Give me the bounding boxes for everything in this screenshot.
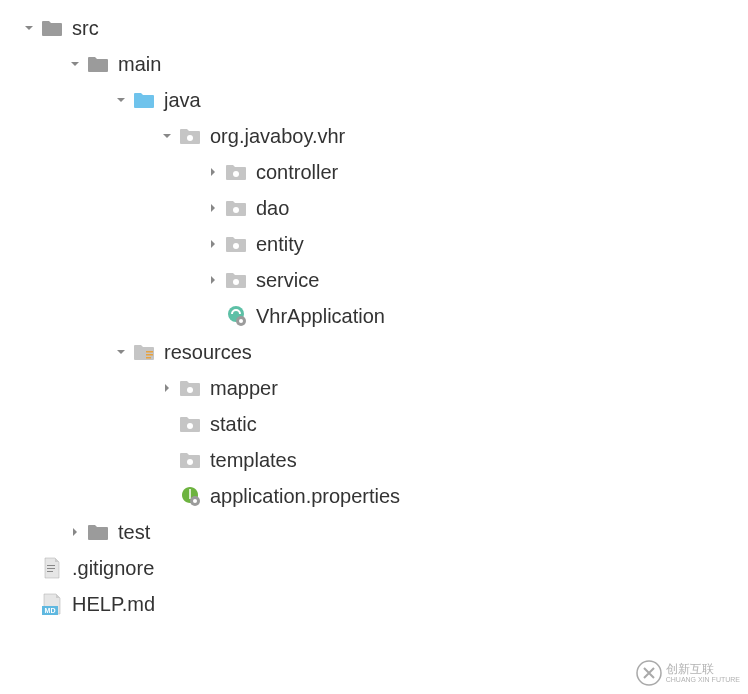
svg-rect-17	[47, 568, 55, 569]
watermark-text: 创新互联 CHUANG XIN FUTURE	[666, 663, 740, 684]
package-icon	[178, 126, 202, 146]
folder-icon	[40, 18, 64, 38]
chevron-down-icon[interactable]	[112, 91, 130, 109]
arrow-spacer	[204, 307, 222, 325]
svg-point-2	[233, 207, 239, 213]
package-icon	[224, 270, 248, 290]
svg-point-12	[187, 423, 193, 429]
svg-point-4	[233, 279, 239, 285]
tree-label: VhrApplication	[256, 305, 385, 328]
chevron-down-icon[interactable]	[112, 343, 130, 361]
arrow-spacer	[158, 451, 176, 469]
tree-label: .gitignore	[72, 557, 154, 580]
svg-rect-16	[47, 565, 55, 566]
tree-node-static[interactable]: static	[0, 406, 748, 442]
tree-label: controller	[256, 161, 338, 184]
text-file-icon	[40, 558, 64, 578]
arrow-spacer	[158, 487, 176, 505]
svg-point-15	[193, 499, 197, 503]
package-icon	[178, 378, 202, 398]
tree-node-gitignore[interactable]: .gitignore	[0, 550, 748, 586]
tree-node-test[interactable]: test	[0, 514, 748, 550]
tree-label: mapper	[210, 377, 278, 400]
tree-label: dao	[256, 197, 289, 220]
folder-icon	[86, 54, 110, 74]
tree-node-mapper[interactable]: mapper	[0, 370, 748, 406]
svg-point-0	[187, 135, 193, 141]
chevron-right-icon[interactable]	[204, 235, 222, 253]
watermark: 创新互联 CHUANG XIN FUTURE	[636, 660, 740, 686]
tree-label: entity	[256, 233, 304, 256]
package-icon	[178, 450, 202, 470]
svg-point-3	[233, 243, 239, 249]
tree-node-main[interactable]: main	[0, 46, 748, 82]
chevron-right-icon[interactable]	[158, 379, 176, 397]
tree-node-dao[interactable]: dao	[0, 190, 748, 226]
tree-label: static	[210, 413, 257, 436]
chevron-right-icon[interactable]	[204, 163, 222, 181]
spring-properties-icon	[178, 486, 202, 506]
tree-label: templates	[210, 449, 297, 472]
tree-node-src[interactable]: src	[0, 10, 748, 46]
folder-icon	[86, 522, 110, 542]
svg-point-13	[187, 459, 193, 465]
tree-label: service	[256, 269, 319, 292]
markdown-file-icon: MD	[40, 594, 64, 614]
svg-point-1	[233, 171, 239, 177]
tree-node-help[interactable]: MD HELP.md	[0, 586, 748, 622]
tree-node-resources[interactable]: resources	[0, 334, 748, 370]
tree-label: java	[164, 89, 201, 112]
tree-node-entity[interactable]: entity	[0, 226, 748, 262]
package-icon	[224, 162, 248, 182]
tree-node-appprops[interactable]: application.properties	[0, 478, 748, 514]
spring-boot-class-icon	[224, 306, 248, 326]
tree-label: resources	[164, 341, 252, 364]
tree-label: HELP.md	[72, 593, 155, 616]
tree-node-service[interactable]: service	[0, 262, 748, 298]
tree-label: application.properties	[210, 485, 400, 508]
source-folder-icon	[132, 90, 156, 110]
svg-rect-10	[146, 357, 151, 359]
chevron-right-icon[interactable]	[204, 199, 222, 217]
project-tree: src main java org.javaboy.vhr	[0, 10, 748, 622]
chevron-down-icon[interactable]	[158, 127, 176, 145]
tree-node-controller[interactable]: controller	[0, 154, 748, 190]
package-icon	[178, 414, 202, 434]
tree-label: test	[118, 521, 150, 544]
arrow-spacer	[20, 595, 38, 613]
arrow-spacer	[158, 415, 176, 433]
chevron-down-icon[interactable]	[20, 19, 38, 37]
watermark-logo-icon	[636, 660, 662, 686]
chevron-down-icon[interactable]	[66, 55, 84, 73]
svg-rect-8	[146, 351, 153, 353]
tree-label: src	[72, 17, 99, 40]
svg-point-11	[187, 387, 193, 393]
svg-rect-9	[146, 354, 153, 356]
svg-rect-18	[47, 571, 53, 572]
tree-node-app[interactable]: VhrApplication	[0, 298, 748, 334]
tree-label: main	[118, 53, 161, 76]
tree-node-templates[interactable]: templates	[0, 442, 748, 478]
svg-point-7	[239, 319, 243, 323]
tree-label: org.javaboy.vhr	[210, 125, 345, 148]
tree-node-java[interactable]: java	[0, 82, 748, 118]
chevron-right-icon[interactable]	[204, 271, 222, 289]
package-icon	[224, 198, 248, 218]
chevron-right-icon[interactable]	[66, 523, 84, 541]
resources-folder-icon	[132, 342, 156, 362]
svg-text:MD: MD	[45, 607, 56, 614]
arrow-spacer	[20, 559, 38, 577]
tree-node-package[interactable]: org.javaboy.vhr	[0, 118, 748, 154]
package-icon	[224, 234, 248, 254]
